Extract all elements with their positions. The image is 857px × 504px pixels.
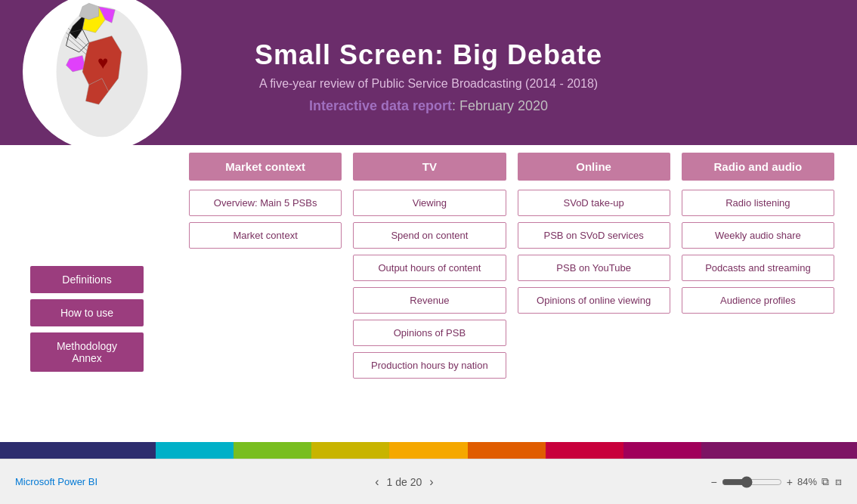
nav-item-viewing[interactable]: Viewing	[353, 190, 506, 216]
zoom-slider[interactable]	[722, 476, 782, 488]
header: ♥ Small Screen: Big Debate A five-year r…	[0, 0, 857, 145]
nav-item-svod-takeup[interactable]: SVoD take-up	[518, 190, 670, 216]
nav-item-podcasts-streaming[interactable]: Podcasts and streaming	[682, 255, 834, 281]
color-bar-segment	[623, 442, 701, 459]
expand-icon[interactable]: ⧈	[835, 475, 842, 488]
svg-text:♥: ♥	[97, 52, 108, 73]
header-subtitle: A five-year review of Public Service Bro…	[259, 77, 598, 91]
header-title: Small Screen: Big Debate	[255, 39, 602, 71]
methodology-button[interactable]: Methodology Annex	[30, 332, 144, 372]
col-header-market-context[interactable]: Market context	[189, 153, 342, 181]
color-bar-segment	[156, 442, 234, 459]
color-bar-segment	[0, 442, 156, 459]
zoom-minus-icon[interactable]: −	[711, 476, 717, 488]
app-bottom-bar: Microsoft Power BI ‹ 1 de 20 › − + 84% ⧉…	[0, 459, 857, 504]
color-bar-segment	[546, 442, 623, 459]
uk-map-circle: ♥	[23, 0, 181, 151]
nav-item-revenue[interactable]: Revenue	[353, 287, 506, 314]
color-bar-segment	[701, 442, 857, 459]
prev-page-button[interactable]: ‹	[375, 475, 379, 489]
nav-column-online: OnlineSVoD take-upPSB on SVoD servicesPS…	[518, 153, 670, 385]
page-total: 20	[410, 476, 422, 488]
page-of: de	[395, 476, 407, 488]
nav-item-psb-youtube[interactable]: PSB on YouTube	[518, 255, 670, 281]
nav-item-overview-main5[interactable]: Overview: Main 5 PSBs	[189, 190, 342, 216]
power-bi-link[interactable]: Microsoft Power BI	[15, 476, 97, 487]
nav-item-output-hours[interactable]: Output hours of content	[353, 255, 506, 281]
page-nav: ‹ 1 de 20 ›	[375, 475, 433, 489]
content-area: Definitions How to use Methodology Annex…	[0, 145, 857, 385]
bottom-right-icons: ⧉ ⧈	[821, 475, 842, 488]
left-sidebar: Definitions How to use Methodology Annex	[23, 251, 181, 385]
nav-item-opinions-psb[interactable]: Opinions of PSB	[353, 320, 506, 346]
nav-item-market-context-item[interactable]: Market context	[189, 222, 342, 249]
nav-item-radio-listening[interactable]: Radio listening	[682, 190, 834, 216]
nav-item-weekly-audio-share[interactable]: Weekly audio share	[682, 222, 834, 249]
nav-column-radio-and-audio: Radio and audioRadio listeningWeekly aud…	[682, 153, 834, 385]
uk-map-svg: ♥	[38, 0, 166, 144]
definitions-button[interactable]: Definitions	[30, 266, 144, 293]
color-bar-segment	[311, 442, 389, 459]
color-bar-segment	[468, 442, 546, 459]
zoom-level: 84%	[797, 476, 817, 487]
fullscreen-exit-icon[interactable]: ⧉	[821, 475, 829, 488]
nav-column-market-context: Market contextOverview: Main 5 PSBsMarke…	[189, 153, 342, 385]
how-to-use-button[interactable]: How to use	[30, 299, 144, 326]
svg-marker-12	[79, 3, 99, 20]
nav-item-psb-svod[interactable]: PSB on SVoD services	[518, 222, 670, 249]
main-container: ♥ Small Screen: Big Debate A five-year r…	[0, 0, 857, 459]
color-bar-segment	[234, 442, 311, 459]
page-indicator: 1 de 20	[386, 476, 422, 488]
nav-item-spend-on-content[interactable]: Spend on content	[353, 222, 506, 249]
interactive-label-date: : February 2020	[452, 98, 548, 113]
col-header-radio-and-audio[interactable]: Radio and audio	[682, 153, 834, 181]
color-bar-segment	[389, 442, 467, 459]
interactive-label-bold: Interactive data report	[309, 98, 452, 113]
nav-item-opinions-online[interactable]: Opinions of online viewing	[518, 287, 670, 314]
color-bar	[0, 442, 857, 459]
nav-columns: Market contextOverview: Main 5 PSBsMarke…	[189, 145, 834, 385]
next-page-button[interactable]: ›	[429, 475, 433, 489]
zoom-plus-icon[interactable]: +	[787, 476, 793, 488]
col-header-tv[interactable]: TV	[353, 153, 506, 181]
col-header-online[interactable]: Online	[518, 153, 670, 181]
header-interactive: Interactive data report: February 2020	[309, 98, 548, 114]
nav-item-audience-profiles[interactable]: Audience profiles	[682, 287, 834, 314]
zoom-area: − + 84% ⧉ ⧈	[711, 475, 842, 488]
page-current: 1	[386, 476, 392, 488]
nav-item-production-hours[interactable]: Production hours by nation	[353, 352, 506, 379]
nav-column-tv: TVViewingSpend on contentOutput hours of…	[353, 153, 506, 385]
